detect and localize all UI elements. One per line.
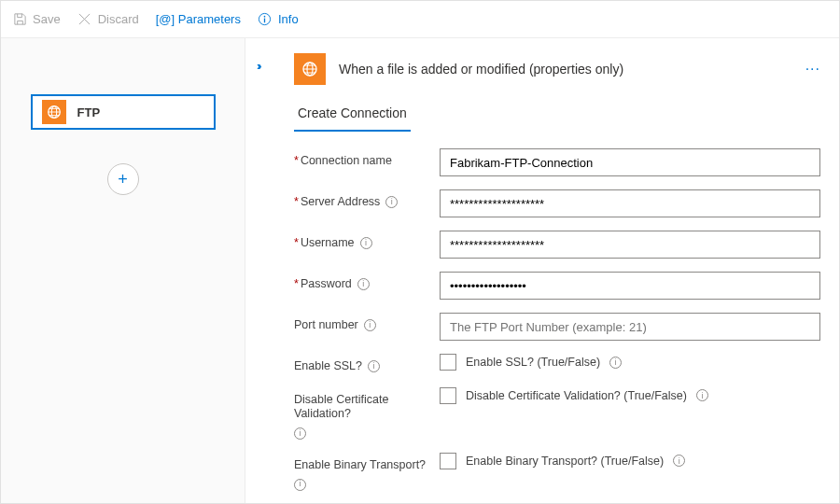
info-icon[interactable]: i [360,237,372,249]
designer-sidebar: FTP + [1,38,245,503]
server-address-label: Server Address [294,195,380,210]
password-input[interactable] [440,272,820,300]
connection-form: Connection name Server Addressi Username… [255,148,820,503]
info-button[interactable]: Info [258,12,299,27]
info-icon [258,12,273,27]
discard-button[interactable]: Discard [77,12,139,27]
enable-ssl-label: Enable SSL? [294,359,362,374]
parameters-label: [@] Parameters [156,12,241,26]
connection-name-input[interactable] [440,148,820,176]
svg-rect-2 [264,19,265,23]
enable-binary-label: Enable Binary Transport? [294,458,426,473]
toolbar: Save Discard [@] Parameters Info [1,1,839,38]
close-icon [77,12,92,27]
add-step-button[interactable]: + [107,163,139,195]
enable-ssl-checkbox[interactable] [440,354,456,371]
disable-cert-checkbox-label: Disable Certificate Validation? (True/Fa… [466,389,687,402]
ftp-connector-icon [42,100,66,124]
save-icon [12,12,27,27]
username-label: Username [294,236,355,251]
discard-label: Discard [98,12,139,26]
connection-name-label: Connection name [294,154,392,169]
trigger-more-button[interactable]: ··· [805,61,820,77]
enable-ssl-checkbox-label: Enable SSL? (True/False) [466,356,600,369]
parameters-button[interactable]: [@] Parameters [156,12,241,26]
enable-binary-checkbox-label: Enable Binary Transport? (True/False) [466,455,664,468]
trigger-card-label: FTP [77,105,101,119]
password-label: Password [294,277,352,292]
enable-binary-checkbox[interactable] [440,453,456,469]
trigger-header: When a file is added or modified (proper… [255,53,820,85]
port-number-label: Port number [294,318,358,333]
disable-cert-checkbox[interactable] [440,387,456,404]
info-icon[interactable]: i [294,479,306,491]
svg-point-1 [264,16,266,18]
trigger-title: When a file is added or modified (proper… [339,62,623,77]
disable-cert-label: Disable Certificate Validation? [294,393,440,422]
ftp-connector-icon [294,53,326,85]
port-number-input[interactable] [440,313,820,341]
info-icon[interactable]: i [294,427,306,440]
info-icon[interactable]: i [368,360,380,372]
save-button[interactable]: Save [12,12,61,27]
server-address-input[interactable] [440,189,820,217]
info-icon[interactable]: i [385,196,398,208]
info-icon[interactable]: i [609,357,622,369]
info-icon[interactable]: i [696,389,708,401]
trigger-card-ftp[interactable]: FTP [31,94,216,130]
username-input[interactable] [440,231,820,259]
collapse-panel-button[interactable]: ›› [257,59,259,73]
plus-icon: + [118,170,128,189]
info-icon[interactable]: i [673,455,685,467]
info-icon[interactable]: i [364,319,376,331]
detail-panel: ›› When a file is added or modified (pro… [245,38,839,503]
info-icon[interactable]: i [357,278,370,290]
save-label: Save [33,12,61,26]
tab-strip: Create Connection [255,98,820,132]
tab-create-connection[interactable]: Create Connection [294,98,411,132]
info-label: Info [278,12,299,26]
